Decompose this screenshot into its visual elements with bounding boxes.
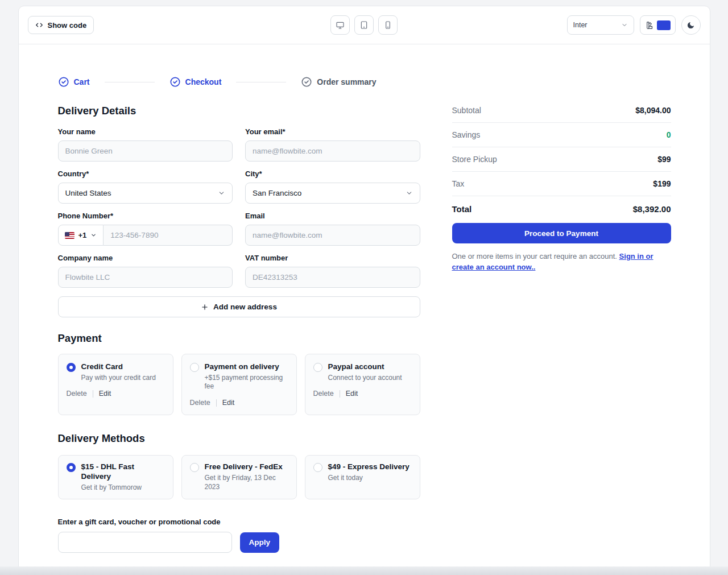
step-checkout[interactable]: Checkout [169, 76, 222, 88]
edit-payment-button[interactable]: Edit [99, 390, 111, 398]
tablet-view-button[interactable] [354, 15, 374, 35]
delete-payment-button[interactable]: Delete [67, 390, 87, 398]
desktop-view-button[interactable] [330, 15, 350, 35]
dial-code-dropdown[interactable]: +1 [58, 225, 104, 246]
action-divider [340, 390, 340, 398]
action-divider [93, 390, 93, 398]
add-new-address-button[interactable]: Add new address [58, 296, 420, 317]
delivery-methods-heading: Delivery Methods [58, 432, 420, 445]
moon-icon [686, 21, 695, 30]
edit-payment-button[interactable]: Edit [222, 399, 235, 407]
swatchbook-icon [645, 21, 653, 30]
company-input[interactable] [58, 267, 233, 288]
delivery-method-express[interactable]: $49 - Express Delivery Get it today [305, 455, 420, 499]
payment-option-subtitle: +$15 payment processing fee [205, 374, 288, 391]
payment-heading: Payment [58, 332, 420, 345]
country-select[interactable]: United States [58, 183, 233, 204]
payment-option-paypal[interactable]: Paypal account Connect to your account D… [305, 354, 420, 415]
delivery-form: Your name Your email* Country* United St… [58, 127, 420, 288]
step-label: Order summary [317, 77, 376, 86]
your-name-label: Your name [58, 127, 233, 136]
total-label: Total [452, 204, 472, 214]
theme-color-picker[interactable] [640, 15, 676, 35]
dial-code-value: +1 [78, 231, 87, 239]
preview-toolbar: Show code Inter [19, 6, 710, 44]
city-select[interactable]: San Francisco [245, 183, 420, 204]
voucher-input[interactable] [58, 532, 232, 553]
your-name-input[interactable] [58, 140, 233, 162]
payment-option-subtitle: Connect to your account [328, 374, 402, 383]
email-field-group: Email [245, 212, 420, 246]
show-code-button[interactable]: Show code [28, 16, 94, 34]
summary-label: Subtotal [452, 106, 481, 115]
phone-field-group: Phone Number* +1 [58, 212, 233, 246]
vat-field-group: VAT number [245, 254, 420, 288]
checkout-page: Cart Checkout Order summary Delivery Det… [19, 44, 710, 575]
summary-label: Tax [452, 179, 465, 188]
delivery-method-title: $15 - DHL Fast Delivery [81, 462, 165, 482]
summary-value: $99 [657, 155, 671, 164]
step-cart[interactable]: Cart [58, 76, 90, 88]
account-note: One or more items in your cart require a… [452, 251, 671, 273]
delivery-method-subtitle: Get it by Friday, 13 Dec 2023 [205, 474, 288, 491]
order-summary-column: Subtotal $8,094.00 Savings 0 Store Picku… [452, 105, 671, 273]
font-select[interactable]: Inter [567, 15, 634, 35]
payment-option-credit-card[interactable]: Credit Card Pay with your credit card De… [58, 354, 173, 415]
mobile-view-button[interactable] [378, 15, 398, 35]
us-flag-icon [65, 232, 75, 239]
check-circle-icon [301, 76, 312, 88]
total-value: $8,392.00 [633, 204, 671, 214]
edit-payment-button[interactable]: Edit [346, 390, 358, 398]
express-radio[interactable] [313, 463, 322, 472]
delivery-method-options: $15 - DHL Fast Delivery Get it by Tommor… [58, 455, 420, 499]
summary-label: Savings [452, 130, 481, 139]
vat-input[interactable] [245, 267, 420, 288]
delivery-method-fedex[interactable]: Free Delivery - FedEx Get it by Friday, … [181, 455, 297, 499]
summary-row-total: Total $8,392.00 [452, 196, 671, 223]
your-email-input[interactable] [245, 140, 420, 162]
step-connector [105, 82, 155, 82]
email-input[interactable] [245, 225, 420, 246]
step-order-summary[interactable]: Order summary [301, 76, 376, 88]
check-circle-icon [58, 76, 69, 88]
dark-mode-toggle[interactable] [681, 15, 701, 35]
delete-payment-button[interactable]: Delete [190, 399, 210, 407]
delete-payment-button[interactable]: Delete [313, 390, 334, 398]
credit-card-radio[interactable] [67, 363, 76, 372]
font-select-value: Inter [573, 21, 588, 29]
country-label: Country* [58, 169, 233, 178]
desktop-icon [336, 20, 345, 30]
payment-option-subtitle: Pay with your credit card [81, 374, 156, 383]
toolbar-left: Show code [28, 16, 331, 34]
vat-label: VAT number [245, 254, 420, 262]
city-select-value: San Francisco [253, 189, 301, 197]
payment-options: Credit Card Pay with your credit card De… [58, 354, 420, 415]
summary-value: $199 [653, 179, 671, 188]
accent-color-swatch [657, 20, 671, 30]
fedex-radio[interactable] [190, 463, 199, 472]
add-new-address-label: Add new address [213, 303, 277, 311]
payment-on-delivery-radio[interactable] [190, 363, 199, 372]
phone-input[interactable] [104, 225, 233, 246]
country-field-group: Country* United States [58, 169, 233, 204]
voucher-section: Enter a gift card, voucher or promotiona… [58, 518, 420, 553]
horizontal-scrollbar[interactable] [0, 566, 728, 575]
paypal-radio[interactable] [313, 363, 322, 372]
dhl-radio[interactable] [67, 463, 76, 472]
mobile-icon [383, 20, 392, 30]
check-circle-icon [169, 76, 181, 88]
email-label: Email [245, 212, 420, 220]
delivery-method-title: $49 - Express Delivery [328, 462, 410, 472]
payment-option-title: Payment on delivery [205, 362, 288, 372]
payment-option-on-delivery[interactable]: Payment on delivery +$15 payment process… [181, 354, 297, 415]
chevron-down-icon [218, 189, 225, 197]
your-email-field-group: Your email* [245, 127, 420, 162]
apply-voucher-button[interactable]: Apply [240, 532, 280, 553]
delivery-method-subtitle: Get it today [328, 474, 410, 483]
delivery-method-dhl[interactable]: $15 - DHL Fast Delivery Get it by Tommor… [58, 455, 173, 499]
proceed-to-payment-button[interactable]: Proceed to Payment [452, 223, 671, 243]
step-label: Checkout [185, 77, 222, 86]
summary-value: 0 [667, 130, 671, 139]
payment-option-title: Credit Card [81, 362, 156, 372]
your-email-label: Your email* [245, 127, 420, 136]
